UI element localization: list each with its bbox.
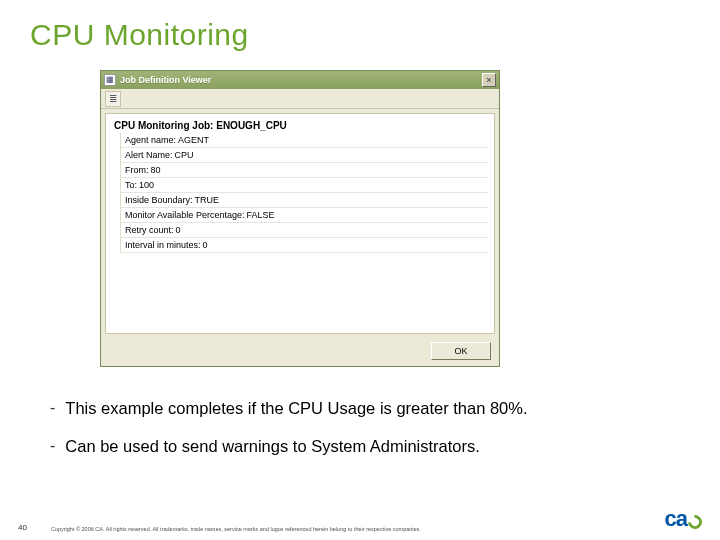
ca-logo: ca: [665, 506, 702, 532]
field-row: Inside Boundary TRUE: [121, 193, 488, 208]
field-row: Alert Name CPU: [121, 148, 488, 163]
field-value: AGENT: [178, 135, 209, 145]
slide-footer: 40 Copyright © 2006 CA. All rights reser…: [18, 506, 702, 532]
field-value: 100: [139, 180, 154, 190]
bullet-text: Can be used to send warnings to System A…: [65, 435, 480, 457]
field-list: Agent name AGENT Alert Name CPU From 80 …: [120, 133, 488, 253]
field-row: Interval in minutes 0: [121, 238, 488, 253]
window-footer: OK: [101, 338, 499, 366]
bullet-item: - Can be used to send warnings to System…: [50, 435, 690, 457]
window-content: CPU Monitoring Job: ENOUGH_CPU Agent nam…: [105, 113, 495, 334]
field-value: CPU: [175, 150, 194, 160]
window-title: Job Definition Viewer: [120, 75, 478, 85]
field-value: 0: [203, 240, 208, 250]
field-label: From: [125, 165, 149, 175]
bullet-dash: -: [50, 397, 55, 419]
window-toolbar: ≣: [101, 89, 499, 109]
field-label: Retry count: [125, 225, 174, 235]
job-heading: CPU Monitoring Job: ENOUGH_CPU: [112, 120, 488, 131]
field-value: TRUE: [195, 195, 220, 205]
window-titlebar[interactable]: ▦ Job Definition Viewer ×: [101, 71, 499, 89]
field-label: Inside Boundary: [125, 195, 193, 205]
bullet-list: - This example completes if the CPU Usag…: [50, 397, 690, 457]
field-label: Interval in minutes: [125, 240, 201, 250]
bullet-text: This example completes if the CPU Usage …: [65, 397, 527, 419]
field-label: Monitor Available Percentage: [125, 210, 244, 220]
copyright-text: Copyright © 2006 CA. All rights reserved…: [27, 526, 665, 532]
field-row: Monitor Available Percentage FALSE: [121, 208, 488, 223]
app-icon: ▦: [104, 74, 116, 86]
slide-title: CPU Monitoring: [30, 18, 690, 52]
job-definition-window: ▦ Job Definition Viewer × ≣ CPU Monitori…: [100, 70, 500, 367]
close-button[interactable]: ×: [482, 73, 496, 87]
field-row: Retry count 0: [121, 223, 488, 238]
field-row: From 80: [121, 163, 488, 178]
page-number: 40: [18, 523, 27, 532]
field-row: To 100: [121, 178, 488, 193]
bullet-item: - This example completes if the CPU Usag…: [50, 397, 690, 419]
logo-swirl-icon: [685, 512, 705, 532]
field-value: 0: [176, 225, 181, 235]
field-label: Agent name: [125, 135, 176, 145]
toolbar-button[interactable]: ≣: [105, 91, 121, 107]
field-row: Agent name AGENT: [121, 133, 488, 148]
field-value: 80: [151, 165, 161, 175]
field-label: Alert Name: [125, 150, 173, 160]
field-value: FALSE: [246, 210, 274, 220]
field-label: To: [125, 180, 137, 190]
logo-text: ca: [665, 506, 687, 532]
bullet-dash: -: [50, 435, 55, 457]
ok-button[interactable]: OK: [431, 342, 491, 360]
